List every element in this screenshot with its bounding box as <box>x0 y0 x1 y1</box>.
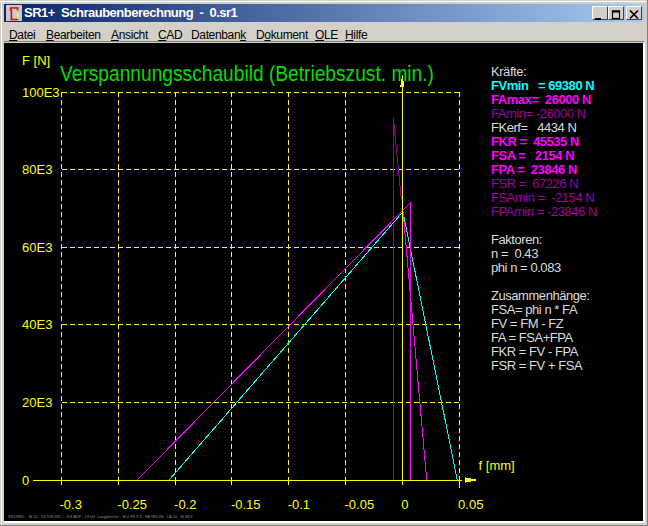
svg-text:0: 0 <box>22 473 29 488</box>
svg-text:-0.05: -0.05 <box>345 497 375 512</box>
svg-text:F [N]: F [N] <box>22 53 50 68</box>
svg-text:-0.2: -0.2 <box>174 497 196 512</box>
svg-text:-0.3: -0.3 <box>60 497 82 512</box>
svg-text:20E3: 20E3 <box>22 395 52 410</box>
svg-text:40E3: 40E3 <box>22 317 52 332</box>
svg-text:-0.25: -0.25 <box>117 497 147 512</box>
svg-text:60E3: 60E3 <box>22 240 52 255</box>
svg-text:100E3: 100E3 <box>22 85 60 100</box>
svg-text:0.05: 0.05 <box>458 497 483 512</box>
svg-text:Verspannungsschaubild (Betrieb: Verspannungsschaubild (Betriebszust. min… <box>60 61 434 86</box>
svg-text:f [mm]: f [mm] <box>479 458 515 473</box>
svg-text:-0.1: -0.1 <box>288 497 310 512</box>
svg-text:80E3: 80E3 <box>22 162 52 177</box>
svg-text:-0.15: -0.15 <box>231 497 261 512</box>
svg-text:0: 0 <box>401 497 408 512</box>
